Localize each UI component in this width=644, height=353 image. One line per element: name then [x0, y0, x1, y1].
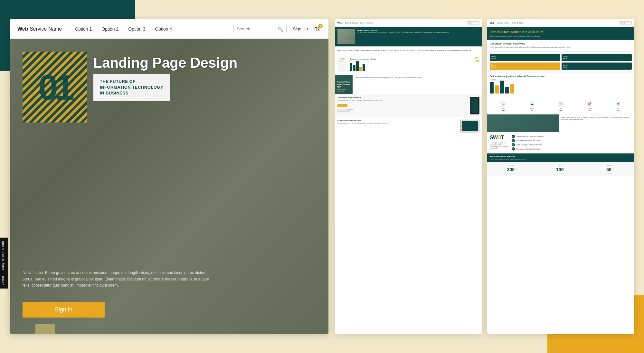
cart-icon-p2: 🛒 — [558, 101, 564, 107]
swot-item-4: 04 Sed sodales at justo sed vehicula — [512, 147, 632, 151]
subtitle-line2: INFORMATION TECHNOLOGY — [100, 85, 163, 90]
hero-title: Landing Page Design — [93, 55, 322, 71]
mobile-body: Lorem ipsum dolor sit amet, consectetur … — [337, 100, 468, 102]
chart-bar-4 — [505, 87, 509, 93]
signin-button[interactable]: Sign in — [23, 302, 105, 318]
panel2-stats-header: Sed sodales at justo sed Vehicula Etiam … — [490, 75, 632, 81]
panel1-navbar: Web Option 1 Option 2 Option 3 Option 4 — [335, 19, 482, 27]
panel2-icons-row: 📊 Chart 600 ☁ Cloud 500 🛒 Cart 400 🚀 Roc… — [487, 98, 634, 114]
panel2-hendrerit-section: Hendrerit lacus egestas Lorem ipsum dolo… — [487, 153, 634, 162]
laptop-screen — [462, 121, 478, 131]
panel2-header-title: Dapibus nec sollicitudin quis enim. — [490, 30, 631, 34]
panel2-green-grid: Loremipsum Loremipsum Loremipsum Loremip… — [487, 52, 634, 73]
search-input[interactable] — [237, 26, 276, 31]
panel1-nav2[interactable]: Option 2 — [352, 22, 358, 24]
panel1-white-section: Lorem ipsum dolor sit amet, consectetur … — [335, 46, 482, 54]
panel1-dark-section: Lorem ipsum dolor sit Lorem ipsum dolor … — [335, 27, 482, 46]
panel2-num-cell-3: Iaculis 50‡ Lorem ipsum — [585, 162, 634, 176]
panel2-header-body: Lorem ipsum dolor sit amet consectetur a… — [490, 35, 631, 37]
panel1-hero-image — [337, 29, 355, 44]
panel2-img-text: Lorem ipsum dolor sit amet, consectetur … — [561, 116, 633, 121]
panel2-num-cell-2: Arcu 100‡ Lorem ipsum — [536, 162, 585, 176]
panel1-search-input[interactable] — [467, 21, 479, 25]
star-icon: ★ — [615, 101, 621, 107]
panel2-icon-4: 🚀 Rocket 300 — [587, 101, 592, 112]
panel1-right-text: Lorem ipsum dolor sit amet consectetur a… — [355, 77, 480, 79]
swot-body: Lorem ipsum dolor sit amet, consectetur … — [490, 142, 509, 150]
swot-item-3: 03 Etiam consequat volutpat nulla vitae — [512, 143, 632, 146]
laptop-body: Lorem ipsum dolor sit amet consectetur a… — [337, 123, 458, 124]
num-label-2: Arcu — [538, 164, 583, 166]
nav-option3[interactable]: Option 3 — [128, 26, 145, 32]
panel2-swot-section: SWOT Lorem ipsum dolor sit amet, consect… — [487, 132, 634, 153]
panel1-nav4[interactable]: Option 4 — [367, 22, 373, 24]
panel2-icon-2: ☁ Cloud 500 — [529, 101, 535, 112]
overlay-sub: Quis enim — [337, 90, 351, 92]
hero-section: 01 Landing Page Design THE FUTURE OF INF… — [10, 39, 328, 334]
rocket-icon: 🚀 — [587, 101, 592, 107]
nav-option4[interactable]: Option 4 — [155, 26, 172, 32]
num-unit-1: ‡ — [515, 167, 516, 170]
brand-bold: Web — [17, 26, 28, 32]
mobile-app-text: NB PRODUCT PRODUCTNB PRODUCT 200 — [337, 109, 468, 112]
swot-o: O — [497, 135, 501, 140]
main-container: Web Service Name Option 1 Option 2 Optio… — [10, 19, 634, 334]
bar-col-1: A — [490, 82, 494, 95]
stat-label-1: min. — [339, 60, 345, 62]
panel1-laptop-text: Lorem ipsum dolor sit amet, Lorem ipsum … — [337, 120, 458, 132]
num-desc-2: Lorem ipsum — [538, 172, 583, 174]
mobile-mockup — [470, 97, 479, 114]
search-icon: 🔍 — [278, 26, 283, 32]
cloud-icon: ☁ — [529, 101, 535, 107]
panel2-nav3[interactable]: Option 3 — [512, 22, 518, 24]
panel2-nav4[interactable]: Option 4 — [519, 22, 525, 24]
panel2-search-input[interactable] — [619, 21, 632, 25]
bar-3 — [356, 61, 359, 71]
swot-item-1: 01 Lorem ipsum dolor sit amet consectetu… — [512, 135, 632, 138]
swot-text-2: Cras ligula arcu laculis nec neque — [516, 140, 540, 142]
chart-bar-3 — [500, 81, 504, 93]
icon-val-1: 600 — [502, 110, 505, 112]
panel2-nav1[interactable]: Option 1 — [497, 22, 503, 24]
chart-bar-1 — [490, 82, 494, 93]
num-label-3: Iaculis — [587, 164, 632, 166]
hendrerit-text: Lorem ipsum dolor sit amet consectetur a… — [490, 158, 632, 160]
nav-option2[interactable]: Option 2 — [101, 26, 118, 32]
cart-button[interactable]: 🛍 1 — [314, 25, 321, 33]
bar-col-3: C — [500, 81, 504, 95]
swot-num-2: 02 — [512, 139, 515, 142]
bar-2 — [353, 65, 355, 71]
panel1-nav3[interactable]: Option 3 — [359, 22, 365, 24]
panel1-stats: +200 min. Sed sodales at justo sed vehic… — [335, 54, 482, 75]
nav-option1[interactable]: Option 1 — [75, 26, 92, 32]
num-label-1: Ligula — [489, 164, 534, 166]
bar-label-5: E — [512, 94, 513, 95]
swot-text-4: Sed sodales at justo sed vehicula — [516, 148, 540, 150]
panel1-text-block: Lorem ipsum dolor sit Lorem ipsum dolor … — [357, 29, 479, 44]
icon-val-5: 200 — [617, 110, 620, 112]
signup-link[interactable]: Sign Up — [293, 26, 308, 31]
panel1-laptop-section: Lorem ipsum dolor sit amet, Lorem ipsum … — [335, 117, 482, 135]
bar-label-4: D — [507, 94, 508, 95]
swot-num-4: 04 — [512, 147, 515, 151]
cart-badge: 1 — [318, 24, 323, 28]
panel2-numbers-section: Ligula 300‡ Lorem ipsum Arcu 100‡ Lorem … — [487, 162, 634, 176]
panel2-stats-title: Sed sodales at justo sed Vehicula Etiam … — [490, 75, 545, 77]
side-label: vector — Easy to use & edit — [0, 238, 8, 289]
panel2-brand: Web — [490, 22, 495, 24]
bar-label-2: B — [497, 94, 497, 95]
laptop-mockup — [460, 120, 479, 132]
panel2-grid-cell-2: Loremipsum — [562, 54, 632, 61]
panel2-nav-links: Option 1 Option 2 Option 3 Option 4 — [497, 22, 618, 24]
grid-cell3-text: Loremipsum — [491, 64, 559, 68]
swot-title: SWOT — [490, 135, 509, 141]
panel1-nav1[interactable]: Option 1 — [345, 22, 351, 24]
mobile-cta-btn[interactable]: Sign in — [337, 104, 347, 107]
swot-text-3: Etiam consequat volutpat nulla vitae — [516, 144, 542, 146]
swot-num-1: 01 — [512, 135, 515, 138]
swot-item-2: 02 Cras ligula arcu laculis nec neque — [512, 139, 632, 142]
panel2-nav2[interactable]: Option 2 — [505, 22, 511, 24]
num-unit-2: ‡ — [564, 167, 565, 170]
panel1-img-row: Praesent Urna augue Laoreel eget Sollici… — [335, 75, 482, 94]
stat-value-2: 86% — [475, 57, 479, 59]
